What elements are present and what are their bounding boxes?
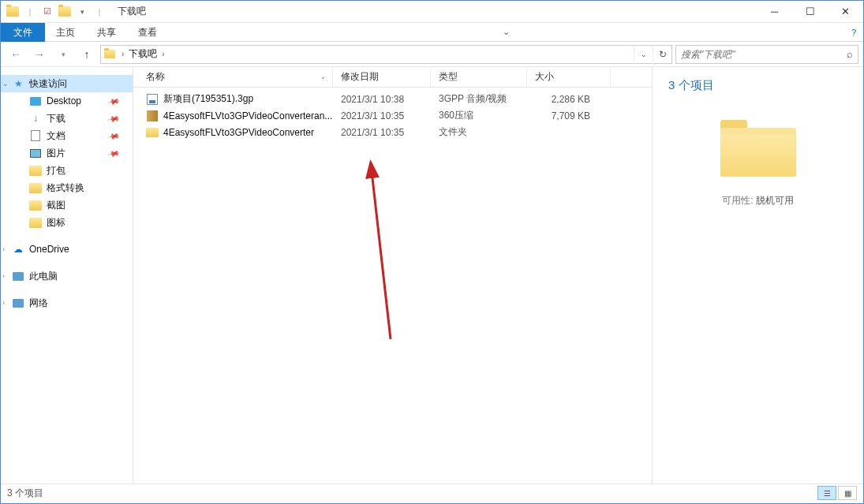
navigation-pane: ⌄ ★ 快速访问 Desktop 📌 ↓ 下载 📌 文档 📌 图片 📌 打包 xyxy=(1,67,133,483)
file-row[interactable]: 新项目(7195351).3gp 2021/3/1 10:38 3GPP 音频/… xyxy=(133,91,652,107)
tab-share[interactable]: 共享 xyxy=(86,23,127,42)
tab-view[interactable]: 查看 xyxy=(127,23,168,42)
tab-home[interactable]: 主页 xyxy=(45,23,86,42)
view-icons-button[interactable]: ▦ xyxy=(838,486,857,500)
view-details-button[interactable]: ☰ xyxy=(817,486,836,500)
ribbon: 文件 主页 共享 查看 ⌄ ? xyxy=(1,23,863,42)
folder-icon xyxy=(29,199,42,211)
sidebar-item-label: 文档 xyxy=(47,129,65,143)
desktop-icon xyxy=(29,95,42,107)
chevron-down-icon[interactable]: ⌄ xyxy=(2,80,9,88)
pin-icon: 📌 xyxy=(107,129,120,142)
maximize-button[interactable]: ☐ xyxy=(792,1,828,23)
file-name: 4EasysoftFLVto3GPVideoConverteran... xyxy=(163,110,332,121)
pin-icon: 📌 xyxy=(107,95,120,107)
column-headers: 名称 ⌄ 修改日期 类型 大小 xyxy=(133,67,652,88)
folder-qat-icon[interactable] xyxy=(58,5,72,19)
chevron-right-icon[interactable]: › xyxy=(2,272,5,280)
pin-icon: 📌 xyxy=(107,147,120,159)
archive-file-icon xyxy=(146,110,159,122)
sidebar-item-folder[interactable]: 格式转换 xyxy=(1,179,133,196)
file-type: 文件夹 xyxy=(431,125,527,139)
sidebar-item-label: 打包 xyxy=(47,164,65,177)
column-header-size[interactable]: 大小 xyxy=(527,67,611,88)
sidebar-item-label: 此电脑 xyxy=(29,270,58,283)
network-icon xyxy=(12,297,24,309)
file-date: 2021/3/1 10:38 xyxy=(333,94,431,105)
sidebar-item-label: 格式转换 xyxy=(47,181,84,195)
video-file-icon xyxy=(146,93,159,106)
sidebar-this-pc[interactable]: › 此电脑 xyxy=(1,267,133,285)
preview-info: 可用性: 脱机可用 xyxy=(668,194,847,207)
preview-pane: 3 个项目 可用性: 脱机可用 xyxy=(652,67,863,483)
window-title: 下载吧 xyxy=(118,5,146,18)
chevron-right-icon[interactable]: › xyxy=(159,50,167,58)
svg-line-1 xyxy=(372,171,391,339)
sidebar-item-label: 图片 xyxy=(47,147,65,160)
folder-icon xyxy=(29,181,42,194)
help-icon[interactable]: ? xyxy=(844,28,863,37)
column-header-name[interactable]: 名称 ⌄ xyxy=(133,67,333,88)
file-type: 3GPP 音频/视频 xyxy=(431,92,527,106)
file-list: 名称 ⌄ 修改日期 类型 大小 新项目(7195351).3gp 2021/3/… xyxy=(133,67,652,483)
close-button[interactable]: ✕ xyxy=(828,1,863,23)
sidebar-item-label: 截图 xyxy=(47,199,65,212)
sidebar-item-pictures[interactable]: 图片 📌 xyxy=(1,144,133,162)
chevron-right-icon[interactable]: › xyxy=(2,299,5,307)
star-icon: ★ xyxy=(12,77,24,90)
breadcrumb[interactable]: 下载吧 xyxy=(127,47,159,61)
sidebar-item-label: 图标 xyxy=(47,216,65,230)
search-icon[interactable]: ⌕ xyxy=(847,48,853,60)
address-bar[interactable]: › 下载吧 › ⌄ ↻ xyxy=(100,45,672,64)
address-row: ← → ▾ ↑ › 下载吧 › ⌄ ↻ ⌕ xyxy=(1,42,863,67)
nav-up-button[interactable]: ↑ xyxy=(77,44,97,65)
download-icon: ↓ xyxy=(29,112,42,125)
sidebar-item-label: Desktop xyxy=(47,95,81,106)
qat-separator: | xyxy=(92,5,107,19)
sidebar-item-desktop[interactable]: Desktop 📌 xyxy=(1,92,133,110)
tab-file[interactable]: 文件 xyxy=(1,23,45,42)
column-header-type[interactable]: 类型 xyxy=(431,67,527,88)
availability-label: 可用性: xyxy=(722,195,753,206)
file-row[interactable]: 4EasysoftFLVto3GPVideoConverter 2021/3/1… xyxy=(133,124,652,140)
address-dropdown-icon[interactable]: ⌄ xyxy=(634,45,653,64)
titlebar: | ☑ ▾ | 下载吧 ─ ☐ ✕ xyxy=(1,1,863,23)
sidebar-item-label: OneDrive xyxy=(29,244,69,255)
ribbon-expand-icon[interactable]: ⌄ xyxy=(497,27,516,37)
search-box[interactable]: ⌕ xyxy=(675,45,858,64)
file-type: 360压缩 xyxy=(431,109,527,122)
preview-title: 3 个项目 xyxy=(668,78,847,93)
status-text: 3 个项目 xyxy=(7,487,43,500)
qat-dropdown-icon[interactable]: ▾ xyxy=(75,5,89,19)
nav-back-button[interactable]: ← xyxy=(6,44,26,65)
nav-forward-button: → xyxy=(29,44,50,65)
sidebar-quick-access[interactable]: ⌄ ★ 快速访问 xyxy=(1,75,133,92)
sidebar-network[interactable]: › 网络 xyxy=(1,294,133,312)
picture-icon xyxy=(29,147,42,159)
search-input[interactable] xyxy=(681,49,847,60)
chevron-right-icon[interactable]: › xyxy=(2,245,5,253)
preview-folder-icon xyxy=(720,117,796,177)
file-size: 2,286 KB xyxy=(527,94,611,105)
sidebar-item-documents[interactable]: 文档 📌 xyxy=(1,127,133,144)
sidebar-item-folder[interactable]: 图标 xyxy=(1,214,133,231)
column-header-date[interactable]: 修改日期 xyxy=(333,67,431,88)
file-row[interactable]: 4EasysoftFLVto3GPVideoConverteran... 202… xyxy=(133,107,652,124)
sidebar-item-downloads[interactable]: ↓ 下载 📌 xyxy=(1,110,133,127)
chevron-right-icon[interactable]: › xyxy=(118,50,127,58)
folder-icon xyxy=(101,50,118,58)
column-label: 大小 xyxy=(535,70,554,84)
sort-indicator-icon: ⌄ xyxy=(320,73,326,80)
refresh-button[interactable]: ↻ xyxy=(653,45,671,64)
sidebar-item-folder[interactable]: 截图 xyxy=(1,196,133,214)
file-date: 2021/3/1 10:35 xyxy=(333,127,431,138)
nav-recent-dropdown[interactable]: ▾ xyxy=(53,44,73,65)
sidebar-item-folder[interactable]: 打包 xyxy=(1,162,133,179)
checkbox-icon[interactable]: ☑ xyxy=(40,5,54,19)
cloud-icon: ☁ xyxy=(12,243,24,256)
file-name: 4EasysoftFLVto3GPVideoConverter xyxy=(163,127,314,138)
file-size: 7,709 KB xyxy=(527,110,611,121)
document-icon xyxy=(29,129,42,142)
minimize-button[interactable]: ─ xyxy=(757,1,792,23)
sidebar-onedrive[interactable]: › ☁ OneDrive xyxy=(1,241,133,258)
